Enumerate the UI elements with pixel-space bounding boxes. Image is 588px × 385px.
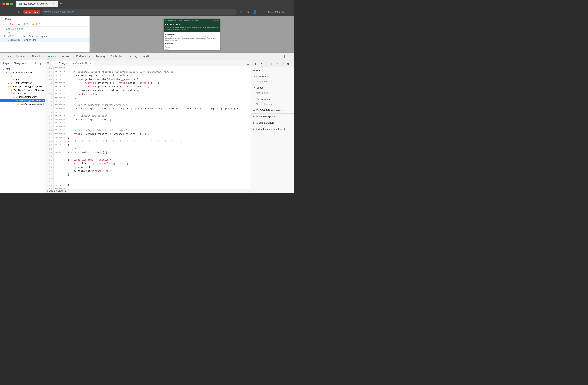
account-icon[interactable]: 👤: [252, 9, 258, 15]
reload-button[interactable]: ↻: [39, 22, 42, 26]
tab-network[interactable]: Network: [59, 53, 74, 59]
code-line-98: 98 /***/ }): [45, 184, 251, 187]
back-tests-button[interactable]: ‹: [2, 18, 3, 20]
forward-button[interactable]: →: [9, 9, 15, 15]
tree-label-runner: __cypress/runner: [13, 82, 32, 84]
pause-btn[interactable]: ⏸: [253, 61, 258, 66]
tree-item-index[interactable]: ▭ (index): [0, 78, 44, 81]
arrow-icon-7: ▼: [8, 89, 10, 91]
more-file-icon[interactable]: ⋮: [38, 61, 43, 66]
reload-button[interactable]: ↻: [16, 9, 22, 15]
tree-item-iframes[interactable]: ▼ ▶ iframes/integration: [0, 95, 44, 99]
minimize-button[interactable]: [6, 2, 9, 5]
breakpoints-header[interactable]: ▼ Breakpoints: [251, 96, 294, 102]
code-tab-close-btn[interactable]: ✕: [90, 62, 91, 65]
code-line-86: 86 /******/ /***************************…: [45, 140, 251, 143]
test-row-1[interactable]: 1 VISIT https://example.cypress.io: [0, 34, 89, 38]
maximize-button[interactable]: [10, 2, 13, 5]
global-label: Global Listeners: [256, 121, 274, 124]
device-icon[interactable]: ▭: [7, 54, 12, 59]
preview-desc: This is an example app used to showcase …: [165, 27, 218, 31]
tree-item-dunder[interactable]: ▼ ▶ __: [0, 74, 44, 78]
new-tab-button[interactable]: +: [58, 1, 63, 7]
not-paused-1: Not paused: [256, 80, 268, 83]
scope-header[interactable]: ▼ Scope: [251, 85, 294, 91]
code-line-76: 76 /******/ // Object.prototype.hasOwnPr…: [45, 103, 251, 107]
link-contains: contains: [165, 47, 218, 48]
preview-querying-section: Querying get contains within root: [165, 43, 218, 50]
tree-item-top[interactable]: ▶ □ top: [0, 67, 44, 71]
format-icon[interactable]: ⊟: [45, 61, 50, 66]
code-content[interactable]: 66 /******/ ; 67 /******/ // getDefaultE…: [45, 66, 251, 189]
file-tree-actions: ⊞ ⋮: [33, 61, 43, 66]
extension-icon[interactable]: ⊕: [245, 9, 251, 15]
tree-item-cypress-sub[interactable]: ▼ ▶ __cypress: [0, 92, 44, 95]
test-label: TEST: [0, 31, 89, 34]
inspect-icon[interactable]: ⬡: [1, 54, 6, 59]
global-header[interactable]: ▶ Global Listeners: [251, 120, 294, 126]
test-val-2: Kitchen Sink: [23, 39, 36, 41]
code-tab-icons-left: ⊟: [45, 61, 50, 66]
tree-item-runner[interactable]: ▶ ▶ __cypress/runner: [0, 81, 44, 85]
test-row-2[interactable]: 2 CONTAINS Kitchen Sink: [0, 38, 89, 42]
step-into-btn[interactable]: ↓: [264, 61, 269, 66]
tab-bar: C use-typescript-with-cypress ✕ +: [16, 1, 63, 7]
more-options-icon[interactable]: ⋮: [282, 54, 287, 59]
file-icon-index: ▭: [13, 78, 15, 81]
tree-item-spec-file[interactable]: ▭ tests?p=cypress/integratio: [0, 99, 44, 102]
tree-item-support-file[interactable]: ▭ tests?p=cypress/support/: [0, 102, 44, 106]
watch-header[interactable]: ▶ Watch: [251, 67, 294, 73]
preview-commands-desc: Commands drive your tests in the browser…: [165, 36, 218, 42]
file-tree-tab-page[interactable]: Page: [1, 61, 11, 66]
tab-sources[interactable]: Sources: [44, 53, 59, 59]
call-stack-label: Call Stack: [256, 75, 268, 78]
pretty-print-icon[interactable]: { }: [246, 61, 250, 66]
step-over-btn[interactable]: ↷: [258, 61, 263, 66]
code-line-97: 97: [45, 180, 251, 184]
preview-title: Kitchen Sink: [165, 23, 218, 26]
tab-application[interactable]: Application: [108, 53, 126, 59]
sync-icon[interactable]: ⊞: [33, 61, 38, 66]
dom-header[interactable]: ▶ DOM Breakpoints: [251, 114, 294, 120]
call-stack-header[interactable]: ▼ Call Stack: [251, 74, 294, 79]
svg-text:C: C: [20, 3, 21, 5]
event-header[interactable]: ▶ Event Listener Breakpoints: [251, 126, 294, 132]
xhr-header[interactable]: ▶ XHR/fetch Breakpoints: [251, 107, 294, 113]
menu-icon[interactable]: ⋮: [259, 9, 265, 15]
step-btn[interactable]: ↪: [275, 61, 279, 66]
tab-console[interactable]: Console: [29, 53, 44, 59]
tree-item-spec[interactable]: ▼ ▶ Your Spec: '/__cypress/iframes/i: [0, 88, 44, 92]
more-sources-btn[interactable]: »: [29, 61, 32, 65]
suite-name: loads examples: [6, 27, 23, 30]
arrow-icon-3: ▼: [8, 75, 10, 77]
step-out-btn[interactable]: ↑: [269, 61, 274, 66]
tab-security[interactable]: Security: [126, 53, 140, 59]
folder-icon-dunder: ▶: [11, 75, 13, 77]
code-tab-icons-right: { }: [246, 61, 250, 66]
code-line-91: 91 it('loads examples', function () {: [45, 158, 251, 162]
tab-performance[interactable]: Performance: [73, 53, 93, 59]
close-devtools-icon[interactable]: ✕: [288, 54, 293, 59]
back-button[interactable]: ←: [2, 9, 8, 15]
tree-label-iframes: iframes/integration: [18, 96, 37, 98]
active-tab[interactable]: C use-typescript-with-cypress ✕: [16, 1, 58, 7]
traffic-lights: [2, 2, 13, 5]
debugger-toolbar: ⏸ ↷ ↓ ↑ ↪ ⬡ ⏺: [251, 60, 294, 67]
info-icon[interactable]: ℹ: [286, 9, 292, 15]
tab-memory[interactable]: Memory: [93, 53, 108, 59]
tree-item-app[interactable]: ▶ ▶ Your App: 'use-typescript-with-c: [0, 85, 44, 88]
close-button[interactable]: [2, 2, 5, 5]
deactivate-btn[interactable]: ⬡: [280, 61, 285, 66]
tree-item-cypress-io[interactable]: ▼ ☁ example.cypress.io: [0, 71, 44, 74]
code-tab-spec[interactable]: tests?p=cypress...on/spec.ts-617 ✕: [52, 61, 94, 65]
code-line-99: 99 /******/ ]);: [45, 187, 251, 189]
async-btn[interactable]: ⏺: [286, 61, 290, 66]
tab-elements[interactable]: Elements: [13, 53, 29, 59]
file-tree-tab-filesystem[interactable]: Filesystem: [12, 61, 27, 66]
tab-close-button[interactable]: ✕: [52, 2, 55, 5]
watch-label: Watch: [256, 69, 263, 72]
bookmark-icon[interactable]: ☆: [238, 9, 244, 15]
tab-audits[interactable]: Audits: [140, 53, 153, 59]
folder-icon-spec: ▶: [11, 89, 13, 91]
address-input[interactable]: [42, 9, 237, 15]
